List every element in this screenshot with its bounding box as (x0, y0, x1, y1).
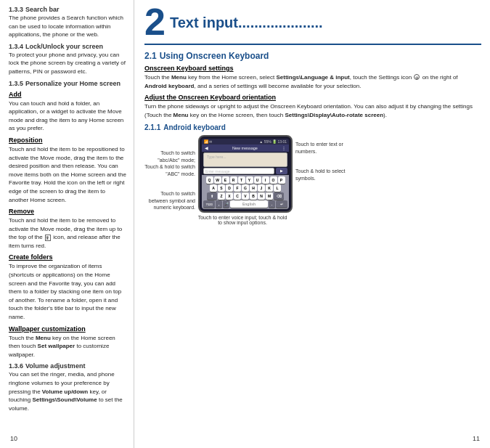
status-bar-left: 📶 ✉ (204, 139, 212, 144)
key-l[interactable]: L (274, 184, 281, 192)
key-comma[interactable]: , (216, 200, 222, 208)
key-m[interactable]: M (266, 192, 273, 200)
settings-gear-icon: ⚙ (414, 74, 420, 80)
key-d[interactable]: D (226, 184, 233, 192)
left-annotations: Touch to switch "abc/Abc" mode; Touch & … (144, 135, 195, 211)
annotation-touch-enter: Touch to enter text or numbers. (295, 141, 346, 155)
section-133-number: 1.3.3 (9, 6, 23, 13)
adjust-orientation-heading: Adjust the Onscreen Keyboard orientation (144, 94, 481, 101)
key-r[interactable]: R (230, 176, 237, 184)
remove-heading: Remove (9, 208, 126, 215)
menu-dots: ⋮ (282, 146, 286, 150)
key-w[interactable]: W (214, 176, 221, 184)
key-backspace[interactable]: ⌫ (274, 192, 284, 200)
key-k[interactable]: K (266, 184, 273, 192)
key-h[interactable]: H (250, 184, 257, 192)
section-133-header: 1.3.3 Search bar (9, 6, 126, 13)
message-title: New message (232, 146, 258, 150)
section-134-number: 1.3.4 (9, 43, 23, 50)
phone-status-bar: 📶 ✉ ▲ 55% 🔋 13:01 (202, 139, 289, 144)
right-column: 2 Text input ..................... 2.1 U… (134, 0, 490, 448)
onscreen-settings-heading: Onscreen Keyboard settings (144, 65, 481, 72)
phone-send-input[interactable]: Enter message (203, 168, 274, 174)
key-enter[interactable]: ↵ (276, 200, 287, 208)
annotation-abc-mode: Touch to switch "abc/Abc" mode; Touch & … (144, 150, 195, 177)
page-number-right: 11 (473, 435, 480, 442)
key-y[interactable]: Y (246, 176, 253, 184)
input-placeholder: Type here... (207, 155, 226, 159)
send-placeholder: Enter message (205, 169, 230, 174)
onscreen-settings-body: Touch the Menu key from the Home screen,… (144, 73, 481, 90)
annotation-hold-symbols: Touch & hold to select symbols. (295, 168, 346, 182)
key-period[interactable]: . (269, 200, 275, 208)
adjust-orientation-body: Turn the phone sideways or upright to ad… (144, 102, 481, 119)
section-133-title: Search bar (25, 6, 60, 13)
phone-mockup: 📶 ✉ ▲ 55% 🔋 13:01 ◀ New message ⋮ Type h… (198, 135, 293, 213)
chapter-header: 2 Text input ..................... (144, 6, 481, 45)
section-134-body: To protect your phone and privacy, you c… (9, 51, 126, 76)
chapter-title: Text input ..................... (170, 15, 323, 33)
key-space[interactable]: English (230, 200, 268, 208)
create-folders-body: To improve the organization of items (sh… (9, 262, 126, 321)
key-c[interactable]: C (234, 192, 241, 200)
key-x[interactable]: X (226, 192, 233, 200)
key-q[interactable]: Q (206, 176, 213, 184)
key-b[interactable]: B (250, 192, 257, 200)
key-s[interactable]: S (218, 184, 225, 192)
phone-input-area[interactable]: Type here... (203, 152, 287, 167)
section-136-body: You can set the ringer, media, and phone… (9, 370, 126, 412)
key-u[interactable]: U (254, 176, 261, 184)
reposition-body: Touch and hold the item to be reposition… (9, 145, 126, 204)
section-135-header: 1.3.5 Personalize your Home screen (9, 80, 126, 87)
key-mic[interactable]: 🎤 (223, 200, 229, 208)
key-t[interactable]: T (238, 176, 245, 184)
keyboard-row-4: ?123 , 🎤 English . ↵ (203, 200, 287, 208)
key-symbols[interactable]: ?123 (203, 200, 215, 208)
section-133-body: The phone provides a Search function whi… (9, 14, 126, 39)
key-n[interactable]: N (258, 192, 265, 200)
section-134-header: 1.3.4 Lock/Unlock your screen (9, 43, 126, 50)
keyboard-row-1: Q W E R T Y U I O P (203, 176, 287, 184)
chapter-number: 2 (144, 3, 166, 41)
keyboard-annotation-area: Touch to switch "abc/Abc" mode; Touch & … (144, 135, 481, 213)
left-column: 1.3.3 Search bar The phone provides a Se… (0, 0, 134, 448)
section-136-number: 1.3.6 (9, 362, 23, 370)
key-o[interactable]: O (270, 176, 277, 184)
key-f[interactable]: F (234, 184, 241, 192)
section-211-header: 2.1.1 Android keyboard (144, 123, 481, 131)
phone-keyboard: Q W E R T Y U I O P A S D F G H (202, 175, 289, 209)
section-135-number: 1.3.5 (9, 80, 23, 87)
key-g[interactable]: G (242, 184, 249, 192)
remove-body: Touch and hold the item to be removed to… (9, 216, 126, 250)
create-folders-heading: Create folders (9, 253, 126, 261)
key-i[interactable]: I (262, 176, 269, 184)
keyboard-row-3: ⬆ Z X C V B N M ⌫ (203, 192, 287, 200)
key-p[interactable]: P (278, 176, 285, 184)
wallpaper-body: Touch the Menu key on the Home screen th… (9, 334, 126, 359)
key-a[interactable]: A (210, 184, 217, 192)
add-body: You can touch and hold a folder, an appl… (9, 99, 126, 133)
key-v[interactable]: V (242, 192, 249, 200)
right-annotations: Touch to enter text or numbers. Touch & … (295, 135, 346, 182)
chapter-title-block: Text input ..................... (170, 15, 323, 33)
section-135-title: Personalize your Home screen (25, 80, 121, 87)
phone-send-button[interactable]: ▶ (276, 168, 287, 174)
add-heading: Add (9, 91, 126, 98)
trash-icon: 🗑 (45, 235, 51, 241)
key-z[interactable]: Z (218, 192, 225, 200)
status-bar-right: ▲ 55% 🔋 13:01 (259, 139, 287, 144)
key-e[interactable]: E (222, 176, 229, 184)
send-icon: ▶ (280, 169, 283, 173)
keyboard-row-2: A S D F G H J K L (203, 184, 287, 192)
section-21-header: 2.1 Using Onscreen Keyboard (144, 51, 481, 61)
section-134-title: Lock/Unlock your screen (25, 43, 103, 50)
key-j[interactable]: J (258, 184, 265, 192)
page-numbers: 10 11 (0, 435, 490, 442)
section-211-number: 2.1.1 (144, 123, 160, 131)
annotation-voice-input: Touch to enter voice input; touch & hold… (195, 215, 290, 225)
section-211-title: Android keyboard (163, 123, 226, 131)
back-icon: ◀ (205, 146, 208, 150)
section-21-number: 2.1 (144, 51, 157, 61)
annotation-symbol-switch: Touch to switch between symbol and numer… (144, 190, 195, 211)
key-shift[interactable]: ⬆ (207, 192, 217, 200)
